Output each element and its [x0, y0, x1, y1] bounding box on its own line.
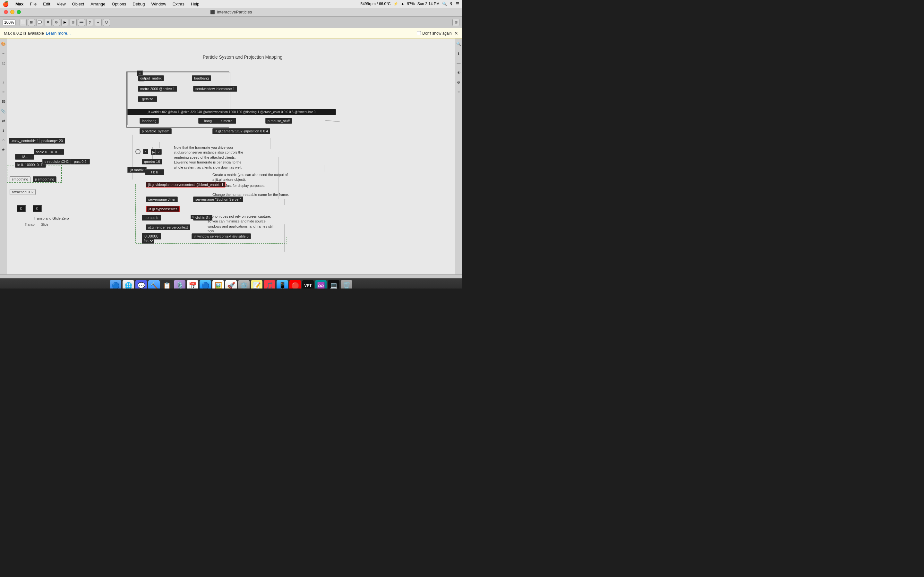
toolbar-btn-9[interactable]: ?	[86, 19, 94, 26]
menu-debug[interactable]: Debug	[130, 0, 147, 8]
dock-siri[interactable]: 🎙️	[174, 280, 186, 289]
dock-music[interactable]: 🎵	[264, 280, 275, 289]
sidebar-cursor-icon[interactable]: ~	[1, 51, 6, 56]
minimize-button[interactable]	[10, 10, 15, 14]
menu-edit[interactable]: Edit	[40, 0, 53, 8]
dock-trash[interactable]: 🗑️	[341, 280, 352, 289]
right-sliders-icon[interactable]: ≡	[456, 89, 462, 95]
toolbar-btn-6[interactable]: ▶	[61, 19, 68, 26]
notification-close-icon[interactable]: ✕	[454, 31, 458, 36]
dont-show-label[interactable]: Don't show again	[417, 31, 452, 35]
le-node[interactable]: le 0. 10000. 0. 1.	[15, 162, 46, 168]
num2-node[interactable]: 2	[155, 149, 162, 155]
dock-sysprefs[interactable]: ⚙️	[238, 280, 250, 289]
toolbar-btn-4[interactable]: ✕	[45, 19, 52, 26]
p-particle-system-node[interactable]: p particle_system	[140, 128, 172, 134]
toolbar-btn-5[interactable]: ⊙	[53, 19, 60, 26]
sidebar-target-icon[interactable]: ◎	[1, 60, 6, 66]
peakamp-node[interactable]: peakamp~ 20	[39, 138, 65, 143]
dock-news[interactable]: 🔴	[289, 280, 301, 289]
qmetro-node[interactable]: qmetro 16	[142, 159, 162, 164]
toolbar-btn-8[interactable]: ➖	[78, 19, 85, 26]
sidebar-image-icon[interactable]: 🖼	[1, 99, 6, 105]
toolbar-btn-2[interactable]: ⊞	[28, 19, 35, 26]
x-node[interactable]: ✕	[143, 149, 148, 154]
grid-toggle[interactable]: ⊞	[452, 19, 459, 26]
bottom-scrollbar[interactable]	[0, 274, 462, 278]
sendwindow-node[interactable]: sendwindow idlemouse 1	[193, 86, 237, 92]
metro-node[interactable]: metro 2000 @active 1	[138, 86, 177, 92]
dock-calendar[interactable]: 📅	[187, 280, 198, 289]
menu-max[interactable]: Max	[13, 0, 26, 8]
output-matrix-node[interactable]: output_matrix	[138, 75, 164, 81]
t-b-b-node[interactable]: t b b	[145, 169, 164, 175]
jit-gl-camera-node[interactable]: jit.gl.camera tut02 @position 0 0 4	[212, 128, 270, 134]
dock-arduino[interactable]: ♾️	[315, 280, 326, 289]
dock-finder[interactable]: 🔵	[110, 280, 121, 289]
menu-arrange[interactable]: Arrange	[88, 0, 108, 8]
control-center-icon[interactable]: ☰	[456, 2, 459, 6]
toolbar-btn-3[interactable]: 💬	[36, 19, 43, 26]
apple-menu[interactable]: 🍎	[3, 1, 9, 7]
menu-extras[interactable]: Extras	[170, 0, 187, 8]
sidebar-clip-icon[interactable]: 📎	[1, 108, 6, 114]
menu-window[interactable]: Window	[149, 0, 169, 8]
attraction-node[interactable]: attractionCH2	[10, 189, 36, 195]
toolbar-btn-1[interactable]: ⬜	[19, 19, 27, 26]
dont-show-checkbox[interactable]	[417, 31, 421, 35]
jit-render-node[interactable]: jit.gl.render servercontext	[146, 224, 190, 230]
sidebar-star-icon[interactable]: ★	[1, 147, 6, 153]
s-repulsion-node[interactable]: s repulsionCH2	[42, 159, 71, 164]
getsize-node[interactable]: getsize	[138, 96, 157, 102]
sidebar-io-icon[interactable]: ⇄	[1, 118, 6, 124]
toggle-circle[interactable]	[136, 149, 141, 154]
toolbar-btn-10[interactable]: +	[95, 19, 102, 26]
close-button[interactable]	[4, 10, 8, 14]
learn-more-link[interactable]: Learn more...	[46, 31, 71, 35]
dock-dp[interactable]: 📋	[161, 280, 173, 289]
dock-rocket[interactable]: 🚀	[225, 280, 237, 289]
fps-select[interactable]: fps	[142, 238, 154, 243]
dock-notes[interactable]: 📝	[251, 280, 262, 289]
sidebar-paint-icon[interactable]: 🎨	[1, 41, 6, 47]
p-smoothing-node[interactable]: p smoothing	[33, 176, 57, 182]
servername-syphon-node[interactable]: servername "Syphon Server"	[193, 197, 243, 202]
dock-appstore[interactable]: 🔵	[200, 280, 211, 289]
jit-videoplane-node[interactable]: jit.gl.videoplane servercontext @blend_e…	[146, 182, 226, 187]
number-box-2[interactable]: 0	[33, 205, 42, 212]
dock-appstore2[interactable]: 📱	[276, 280, 288, 289]
search-icon[interactable]: 🔍	[442, 2, 447, 6]
loadbang2-node[interactable]: loadbang	[140, 118, 159, 124]
jit-world-node[interactable]: jit.world tut02 @fsaa 1 @size 320 240 @w…	[128, 109, 336, 115]
sidebar-info-icon[interactable]: ℹ	[1, 127, 6, 133]
menu-help[interactable]: Help	[188, 0, 202, 8]
dock-photos[interactable]: 🖼️	[212, 280, 224, 289]
zoom-display[interactable]: 100%	[3, 19, 16, 25]
jit-matrix-node[interactable]: jit.matrix	[128, 167, 147, 173]
menu-object[interactable]: Object	[69, 0, 87, 8]
toolbar-btn-7[interactable]: ⊞	[69, 19, 77, 26]
p-mouse-stuff-node[interactable]: p mouse_stuff	[265, 118, 292, 124]
bang-node[interactable]: bang	[198, 118, 218, 124]
number-box-1[interactable]: 0	[17, 205, 26, 212]
dock-discord[interactable]: 💬	[136, 280, 147, 289]
visible-x-node[interactable]: ✕	[191, 215, 195, 219]
menu-view[interactable]: View	[54, 0, 68, 8]
dock-terminal[interactable]: 💻	[328, 280, 339, 289]
jit-syphonserver-node[interactable]: jit.gl.syphonserver	[146, 206, 180, 212]
n18-node[interactable]: 18...	[15, 154, 34, 160]
jit-window-node[interactable]: jit.window servercontext @visible 0	[192, 234, 251, 239]
smoothing-node[interactable]: smoothing	[10, 176, 31, 182]
scale-node[interactable]: scale 0. 10. 0. 1.	[34, 149, 64, 155]
right-gear-icon[interactable]: ⚙	[456, 79, 462, 85]
sidebar-list-icon[interactable]: ≡	[1, 89, 6, 95]
right-search-icon[interactable]: 🔍	[456, 41, 462, 47]
past-node[interactable]: past 0.2	[71, 159, 90, 164]
sidebar-circle-icon[interactable]: ○	[1, 137, 6, 143]
dock-chrome[interactable]: 🌐	[123, 280, 134, 289]
menu-file[interactable]: File	[27, 0, 39, 8]
sidebar-note-icon[interactable]: ♪	[1, 79, 6, 85]
right-eye-icon[interactable]: 👁	[456, 70, 462, 76]
siri-icon[interactable]: 🎙	[449, 2, 453, 6]
s-metro-node[interactable]: s metro	[217, 118, 236, 124]
